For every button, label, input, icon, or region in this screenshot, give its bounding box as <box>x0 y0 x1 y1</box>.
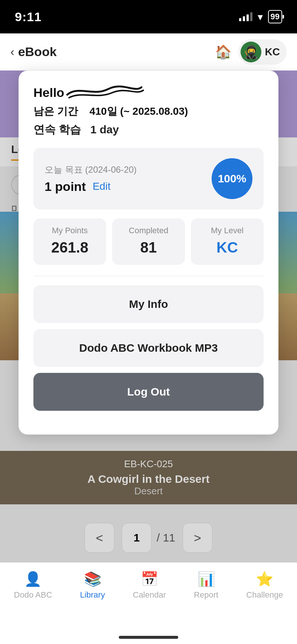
nav-item-library[interactable]: 📚 Library <box>80 571 105 600</box>
completed-label: Completed <box>118 226 179 235</box>
goal-left: 오늘 목표 (2024-06-20) 1 point Edit <box>45 164 137 194</box>
logout-button[interactable]: Log Out <box>33 373 264 411</box>
nav-label-calendar: Calendar <box>133 590 166 600</box>
back-button[interactable]: ‹ eBook <box>10 45 57 59</box>
status-icons: ▾ 99 <box>239 10 282 23</box>
nav-item-calendar[interactable]: 📅 Calendar <box>133 571 166 600</box>
remaining-period: 남은 기간 410일 (~ 2025.08.03) <box>33 104 264 118</box>
today-goal-card: 오늘 목표 (2024-06-20) 1 point Edit 100% <box>33 148 264 209</box>
my-info-button[interactable]: My Info <box>33 285 264 323</box>
status-time: 9:11 <box>15 10 42 24</box>
workbook-button[interactable]: Dodo ABC Workbook MP3 <box>33 329 264 367</box>
page-title: eBook <box>18 45 57 59</box>
status-bar: 9:11 ▾ 99 <box>0 0 297 33</box>
nav-label-dodo-abc: Dodo ABC <box>14 590 52 600</box>
goal-progress-circle: 100% <box>212 158 252 199</box>
completed-card: Completed 81 <box>112 218 185 265</box>
scribble-icon <box>63 84 145 98</box>
back-arrow-icon: ‹ <box>10 45 14 59</box>
my-points-card: My Points 261.8 <box>33 218 106 265</box>
nav-item-challenge[interactable]: ⭐ Challenge <box>246 571 283 600</box>
signal-icon <box>239 12 252 21</box>
home-icon[interactable]: 🏠 <box>215 44 232 60</box>
my-level-label: My Level <box>197 226 258 235</box>
nav-item-report[interactable]: 📊 Report <box>194 571 218 600</box>
user-badge[interactable]: 🥷 KC <box>238 39 287 65</box>
greeting-text: Hello <box>33 85 64 100</box>
avatar: 🥷 <box>241 42 261 62</box>
wifi-icon: ▾ <box>258 11 263 23</box>
nav-label-report: Report <box>194 590 218 600</box>
home-indicator <box>119 636 178 639</box>
dodo-abc-icon: 👤 <box>24 571 42 587</box>
my-points-label: My Points <box>39 226 100 235</box>
completed-value: 81 <box>118 239 179 256</box>
nav-label-library: Library <box>80 590 105 600</box>
remaining-value: 410일 (~ 2025.08.03) <box>89 105 188 117</box>
goal-date: 오늘 목표 (2024-06-20) <box>45 164 137 176</box>
user-label: KC <box>265 46 280 58</box>
nav-label-challenge: Challenge <box>246 590 283 600</box>
goal-edit-button[interactable]: Edit <box>92 180 110 192</box>
report-icon: 📊 <box>198 571 215 587</box>
calendar-icon: 📅 <box>141 571 158 587</box>
my-level-card: My Level KC <box>191 218 264 265</box>
nav-right: 🏠 🥷 KC <box>215 39 287 65</box>
user-popup: Hello 남은 기간 410일 (~ 2025.08.03) 연속 학습 1 … <box>19 71 278 435</box>
stats-row: My Points 261.8 Completed 81 My Level KC <box>33 218 264 265</box>
nav-bar: ‹ eBook 🏠 🥷 KC <box>0 33 297 71</box>
my-points-value: 261.8 <box>39 239 100 256</box>
battery-icon: 99 <box>268 10 282 23</box>
nav-item-dodo-abc[interactable]: 👤 Dodo ABC <box>14 571 52 600</box>
challenge-icon: ⭐ <box>256 571 273 587</box>
library-icon: 📚 <box>84 571 101 587</box>
goal-point-row: 1 point Edit <box>45 179 137 194</box>
greeting-section: Hello <box>33 85 264 100</box>
bottom-nav: 👤 Dodo ABC 📚 Library 📅 Calendar 📊 Report… <box>0 562 297 644</box>
my-level-value: KC <box>197 239 258 256</box>
streak-info: 연속 학습 1 day <box>33 122 264 137</box>
goal-point-value: 1 point <box>45 179 86 194</box>
divider <box>33 276 264 276</box>
